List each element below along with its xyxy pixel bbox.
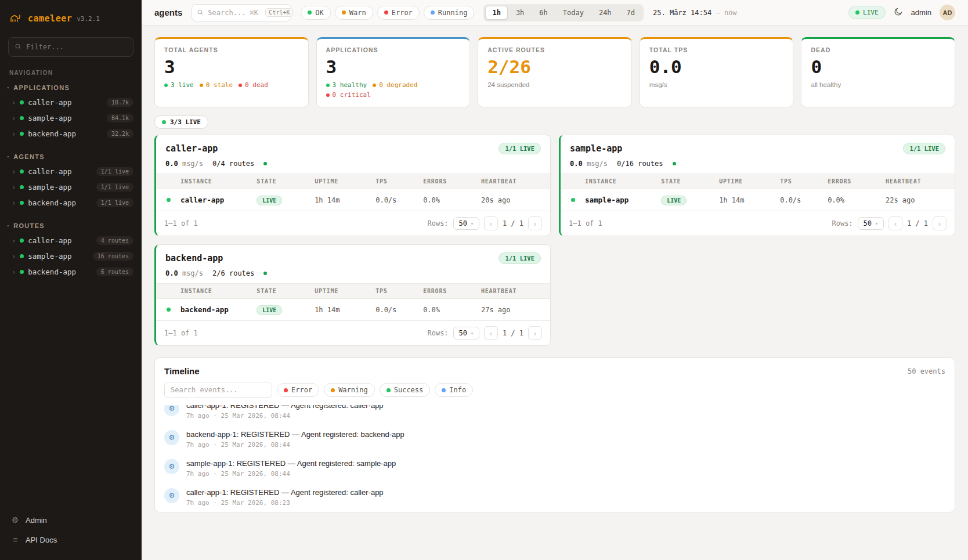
time-range-6h[interactable]: 6h — [532, 6, 554, 20]
caret-icon: ▪ — [7, 223, 9, 229]
summary-card-total-agents: TOTAL AGENTS 3 3 live 0 stale 0 dead — [154, 37, 309, 107]
sidebar-item-routes-sample-app[interactable]: › sample-app 16 routes — [0, 248, 142, 264]
timeline-title: Timeline — [164, 366, 200, 376]
chevron-right-icon: › — [12, 183, 16, 192]
event-item[interactable]: ⚙ sample-app-1: REGISTERED — Agent regis… — [164, 454, 945, 483]
top-header: agents Ctrl+K OK Warn Error Running 1h 3… — [142, 0, 968, 26]
event-item[interactable]: ⚙ backend-app-1: REGISTERED — Agent regi… — [164, 425, 945, 454]
count-badge: 10.7k — [107, 98, 133, 107]
table-header: INSTANCESTATE UPTIMETPS ERRORSHEARTBEAT — [561, 174, 955, 189]
sidebar-item-agents-backend-app[interactable]: › backend-app 1/1 live — [0, 195, 142, 211]
count-badge: 1/1 live — [96, 183, 133, 192]
activity-dot — [263, 162, 267, 165]
filter-chip-warn[interactable]: Warn — [335, 6, 373, 20]
live-badge: 1/1 LIVE — [903, 143, 945, 154]
sidebar-item-api-docs[interactable]: ≡ API Docs — [5, 530, 137, 550]
state-badge: LIVE — [661, 196, 687, 205]
status-dot — [20, 270, 24, 274]
nav-label: NAVIGATION — [0, 67, 142, 82]
next-page-button[interactable]: › — [528, 326, 542, 340]
sidebar-item-applications-backend-app[interactable]: › backend-app 32.2k — [0, 126, 142, 142]
app-name[interactable]: caller-app — [165, 143, 218, 154]
status-dot — [20, 132, 24, 136]
sidebar-footer: ⚙ Admin ≡ API Docs — [0, 505, 142, 550]
info-dot — [442, 388, 446, 392]
app-name[interactable]: sample-app — [570, 143, 622, 154]
section-header-applications[interactable]: ▪ APPLICATIONS — [0, 82, 142, 95]
apps-grid: caller-app 1/1 LIVE 0.0 msg/s 0/4 routes… — [154, 135, 955, 346]
sidebar-item-routes-backend-app[interactable]: › backend-app 6 routes — [0, 264, 142, 280]
next-page-button[interactable]: › — [933, 216, 947, 230]
sidebar-item-routes-caller-app[interactable]: › caller-app 4 routes — [0, 233, 142, 248]
table-row[interactable]: backend-app LIVE 1h 14m 0.0/s 0.0% 27s a… — [156, 299, 550, 320]
event-item[interactable]: ⚙ caller-app-1: REGISTERED — Agent regis… — [164, 405, 945, 425]
time-range-7d[interactable]: 7d — [620, 6, 642, 20]
dark-mode-toggle[interactable] — [894, 7, 903, 18]
row-range: 1–1 of 1 — [164, 219, 198, 227]
table-row[interactable]: sample-app LIVE 1h 14m 0.0/s 0.0% 22s ag… — [561, 189, 955, 211]
prev-page-button[interactable]: ‹ — [484, 326, 498, 340]
count-badge: 32.2k — [107, 129, 133, 138]
timeline-filter-warning[interactable]: Warning — [324, 383, 375, 397]
rows-per-page-select[interactable]: 50▾ — [858, 217, 884, 230]
table-row[interactable]: caller-app LIVE 1h 14m 0.0/s 0.0% 20s ag… — [156, 189, 550, 211]
sidebar-item-agents-caller-app[interactable]: › caller-app 1/1 live — [0, 164, 142, 179]
sidebar-item-applications-sample-app[interactable]: › sample-app 84.1k — [0, 110, 142, 126]
time-range-24h[interactable]: 24h — [592, 6, 619, 20]
event-gear-icon: ⚙ — [164, 405, 179, 416]
app-version: v3.2.1 — [77, 15, 100, 23]
nav-section-applications: ▪ APPLICATIONS › caller-app 10.7k › samp… — [0, 82, 142, 142]
warning-dot — [331, 388, 335, 392]
chevron-right-icon: › — [12, 237, 16, 245]
filter-chip-error[interactable]: Error — [377, 6, 420, 20]
timeline-search-input[interactable] — [171, 386, 266, 394]
sidebar-item-admin[interactable]: ⚙ Admin — [5, 510, 137, 530]
prev-page-button[interactable]: ‹ — [484, 216, 498, 230]
summary-card-dead: DEAD 0 all healthy — [801, 37, 955, 107]
gear-icon: ⚙ — [10, 515, 20, 525]
timeline-search[interactable] — [164, 382, 272, 398]
summary-card-total-tps: TOTAL TPS 0.0 msg/s — [640, 37, 794, 107]
time-range-today[interactable]: Today — [556, 6, 591, 20]
status-dot — [167, 198, 171, 202]
activity-dot — [263, 272, 267, 275]
timeline-filter-error[interactable]: Error — [277, 383, 319, 397]
sidebar-filter-input[interactable] — [26, 43, 127, 51]
app-name[interactable]: backend-app — [165, 253, 223, 263]
status-dot — [20, 100, 24, 104]
rows-per-page-select[interactable]: 50▾ — [453, 217, 479, 230]
state-badge: LIVE — [257, 196, 282, 205]
chevron-right-icon: › — [12, 99, 16, 107]
user-name[interactable]: admin — [911, 8, 931, 17]
app-card-backend-app: backend-app 1/1 LIVE 0.0 msg/s 2/6 route… — [154, 244, 551, 346]
filter-chip-running[interactable]: Running — [424, 6, 475, 20]
content: TOTAL AGENTS 3 3 live 0 stale 0 dead APP… — [142, 26, 968, 560]
section-header-agents[interactable]: ▪ AGENTS — [0, 151, 142, 164]
global-search[interactable]: Ctrl+K — [192, 4, 291, 21]
caret-icon: ▪ — [7, 85, 9, 91]
event-list[interactable]: ⚙ caller-app-1: REGISTERED — Agent regis… — [155, 405, 955, 512]
rows-per-page-select[interactable]: 50▾ — [453, 327, 479, 339]
filter-chip-ok[interactable]: OK — [301, 6, 330, 20]
timeline-filter-info[interactable]: Info — [435, 383, 473, 397]
next-page-button[interactable]: › — [528, 216, 542, 230]
avatar[interactable]: AD — [940, 5, 955, 20]
sidebar-filter[interactable] — [8, 37, 133, 57]
timeline-filter-success[interactable]: Success — [380, 383, 431, 397]
time-range-1h[interactable]: 1h — [485, 6, 507, 20]
status-dot — [571, 198, 575, 202]
prev-page-button[interactable]: ‹ — [888, 216, 902, 230]
section-header-routes[interactable]: ▪ ROUTES — [0, 220, 142, 233]
row-range: 1–1 of 1 — [164, 329, 198, 337]
event-item[interactable]: ⚙ caller-app-1: REGISTERED — Agent regis… — [164, 483, 945, 512]
event-gear-icon: ⚙ — [164, 488, 179, 503]
live-summary-badge: 3/3 LIVE — [154, 115, 208, 129]
sidebar-item-applications-caller-app[interactable]: › caller-app 10.7k — [0, 95, 142, 110]
global-search-input[interactable] — [208, 9, 261, 17]
date-range[interactable]: 25. März 14:54 — now — [653, 9, 737, 17]
search-icon — [197, 8, 204, 18]
caret-down-icon: ▾ — [471, 331, 474, 336]
time-range-3h[interactable]: 3h — [509, 6, 531, 20]
critical-dot — [326, 93, 330, 97]
sidebar-item-agents-sample-app[interactable]: › sample-app 1/1 live — [0, 179, 142, 195]
